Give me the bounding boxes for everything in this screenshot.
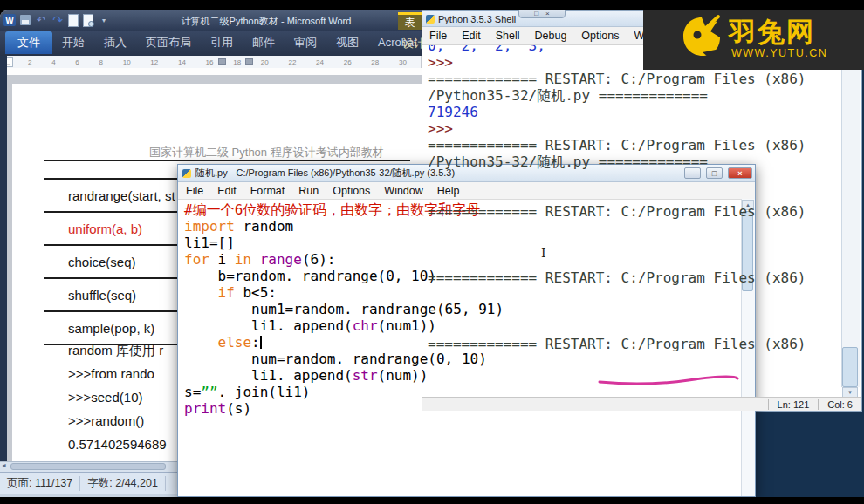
ribbon-tabs: 文件开始插入页面布局引用邮件审阅视图Acrobat xyxy=(5,31,427,54)
status-cell: 页面: 111/137 xyxy=(0,476,80,491)
token: ============= RESTART: C:/Program Files … xyxy=(428,336,806,352)
menu-item-format[interactable]: Format xyxy=(250,185,285,197)
token: import xyxy=(184,218,235,235)
ruler-number: 18 xyxy=(233,58,241,66)
ruler-number: 8 xyxy=(99,58,103,66)
token: ”” xyxy=(201,384,217,400)
token: i xyxy=(209,251,235,268)
token: ============= RESTART: C:/Program Files … xyxy=(428,269,806,286)
shell-line xyxy=(428,236,843,253)
window-left-frame xyxy=(0,56,7,462)
scroll-left-icon[interactable]: ◄ xyxy=(1,462,7,468)
mouse-ibeam-cursor: I xyxy=(541,246,546,260)
text-caret xyxy=(260,336,262,349)
shell-line: /Python35-32/随机.py ============= xyxy=(428,153,843,170)
menu-item-options[interactable]: Options xyxy=(333,185,370,197)
new-document-icon[interactable] xyxy=(68,14,79,27)
redo-icon[interactable]: ↷ xyxy=(51,14,64,26)
indent-marker[interactable] xyxy=(218,58,226,65)
menu-item-shell[interactable]: Shell xyxy=(496,30,520,42)
shell-line: >>> xyxy=(428,120,843,137)
token: print xyxy=(184,400,226,417)
ribbon-tab[interactable]: 文件 xyxy=(5,31,52,54)
document-header-text: 国家计算机二级 Python 程序设计考试内部教材 xyxy=(149,145,411,160)
ribbon-tab[interactable]: 审阅 xyxy=(285,31,326,54)
token: else xyxy=(218,334,252,351)
token: b<5: xyxy=(235,284,277,301)
idle-file-icon xyxy=(182,169,191,178)
word-logo-icon[interactable]: W xyxy=(3,14,16,26)
menu-item-debug[interactable]: Debug xyxy=(535,30,567,42)
shell-line: ============= RESTART: C:/Program Files … xyxy=(428,336,843,352)
menu-item-file[interactable]: File xyxy=(429,30,447,42)
line-indicator: Ln: 121 xyxy=(768,399,819,410)
token: s= xyxy=(184,384,201,400)
token: li1=[] xyxy=(184,235,235,251)
ribbon-tab[interactable]: 引用 xyxy=(201,31,243,54)
shell-window-title: Python 3.5.3 Shell xyxy=(438,14,516,24)
token: range xyxy=(260,251,302,268)
token: ============= RESTART: C:/Program Files … xyxy=(428,71,806,87)
ruler-number: 16 xyxy=(206,58,214,66)
token xyxy=(251,251,260,268)
ribbon-tab[interactable]: 插入 xyxy=(94,31,136,54)
yutu-logo-box: 羽兔网 WWW.YUTU.CN xyxy=(643,0,864,70)
video-bottom-bar xyxy=(0,497,864,504)
ribbon-tab[interactable]: 邮件 xyxy=(243,31,285,54)
shell-line xyxy=(428,303,843,319)
token: (6): xyxy=(302,251,336,268)
menu-item-edit[interactable]: Edit xyxy=(217,185,237,197)
token: /Python35-32/随机.py ============= xyxy=(428,87,708,104)
ribbon-tab[interactable]: 开始 xyxy=(52,31,94,54)
brand-site: WWW.YUTU.CN xyxy=(731,47,827,59)
shell-line xyxy=(428,187,843,203)
menu-item-edit[interactable]: Edit xyxy=(462,30,481,42)
word-window-title: 计算机二级Python教材 - Microsoft Word xyxy=(131,15,401,28)
shell-line: ============= RESTART: C:/Program Files … xyxy=(428,203,843,220)
shell-line xyxy=(428,352,843,369)
ribbon-tab[interactable]: 页面布局 xyxy=(136,31,201,54)
word-status-bar: 页面: 111/137字数: 2/44,201 xyxy=(0,472,178,494)
qat-dropdown-icon[interactable]: ▾ xyxy=(98,14,110,26)
ruler-numbers: 24681012141618202224262830 xyxy=(28,56,407,68)
contextual-tab-group-header: 表 xyxy=(398,12,422,30)
token: ============= RESTART: C:/Program Files … xyxy=(428,203,806,220)
shell-line: 719246 xyxy=(428,104,843,120)
token: in xyxy=(235,251,251,268)
horizontal-scrollbar-thumb[interactable] xyxy=(10,463,166,470)
token: li1. append( xyxy=(184,367,353,384)
token: >>> xyxy=(428,54,462,71)
shell-scrollbar[interactable] xyxy=(841,60,860,387)
ruler-number: 12 xyxy=(150,58,158,66)
shell-status-bar: Ln: 121 Col: 6 xyxy=(422,397,861,412)
ruler-number: 10 xyxy=(123,58,131,66)
brand-name: 羽兔网 xyxy=(729,14,815,51)
maximize-icon[interactable]: □ xyxy=(534,10,538,17)
ruler-number: 20 xyxy=(261,58,269,66)
token: ============= RESTART: C:/Program Files … xyxy=(428,137,806,153)
save-icon[interactable] xyxy=(20,15,31,25)
indent-marker[interactable] xyxy=(245,58,253,65)
shell-line xyxy=(428,220,843,236)
token: if xyxy=(218,284,235,301)
shell-scrollbar-thumb[interactable] xyxy=(842,347,858,387)
ruler-number: 30 xyxy=(399,58,407,66)
shell-line xyxy=(428,253,843,269)
shell-line: ============= RESTART: C:/Program Files … xyxy=(428,137,843,153)
undo-icon[interactable]: ↶ xyxy=(35,14,47,26)
page-gap-strip xyxy=(7,68,428,75)
quick-access-toolbar: W ↶ ↷ ▾ xyxy=(3,12,110,28)
ruler-number: 28 xyxy=(371,58,379,66)
print-preview-icon[interactable] xyxy=(83,14,93,27)
menu-item-options[interactable]: Options xyxy=(581,30,619,42)
close-icon[interactable]: × xyxy=(545,10,550,17)
token: b=random. randrange(0, 10) xyxy=(184,268,436,284)
menu-item-window[interactable]: Window xyxy=(384,185,422,197)
token: /Python35-32/随机.py ============= xyxy=(428,153,708,170)
menu-item-run[interactable]: Run xyxy=(298,185,319,197)
menu-item-file[interactable]: File xyxy=(186,185,203,197)
ribbon-tab[interactable]: 视图 xyxy=(326,31,368,54)
token: 719246 xyxy=(428,104,478,120)
python-icon xyxy=(426,15,435,24)
shell-line xyxy=(428,286,843,303)
